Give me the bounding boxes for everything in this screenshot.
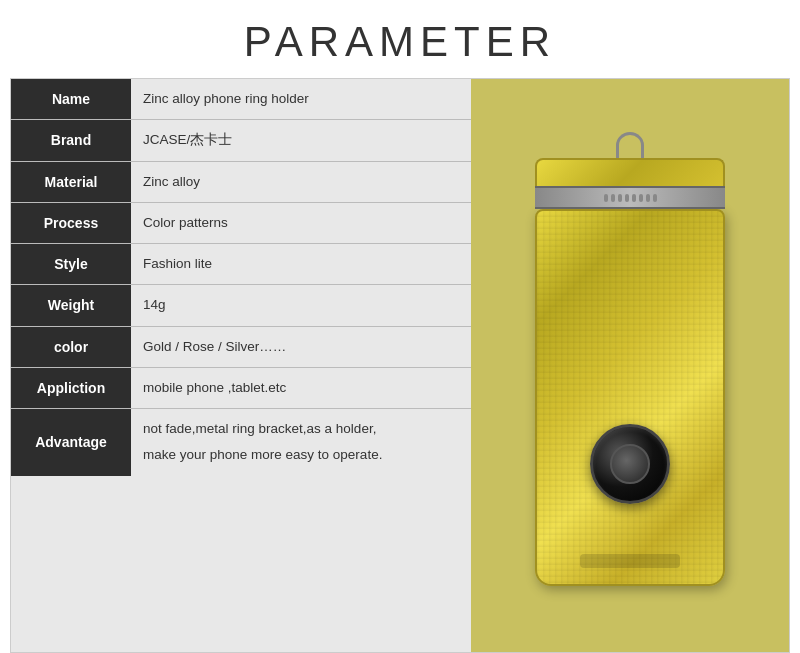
table-value: Fashion lite — [131, 244, 471, 284]
zip-dot — [632, 194, 636, 202]
ring-holder-product — [590, 424, 670, 504]
content-area: NameZinc alloy phone ring holderBrandJCA… — [10, 78, 790, 653]
table-value: Color patterns — [131, 203, 471, 243]
table-value: mobile phone ,tablet.etc — [131, 368, 471, 408]
page-wrapper: PARAMETER NameZinc alloy phone ring hold… — [0, 0, 800, 653]
table-row: colorGold / Rose / Silver…… — [11, 327, 471, 368]
table-row: Applictionmobile phone ,tablet.etc — [11, 368, 471, 409]
table-label: Style — [11, 244, 131, 284]
bag-hook — [616, 132, 644, 159]
product-image — [471, 79, 789, 652]
table-label: Weight — [11, 285, 131, 325]
table-row: Weight14g — [11, 285, 471, 326]
table-row: NameZinc alloy phone ring holder — [11, 79, 471, 120]
table-row: ProcessColor patterns — [11, 203, 471, 244]
page-title: PARAMETER — [244, 18, 556, 65]
table-label: Advantage — [11, 409, 131, 476]
table-row: MaterialZinc alloy — [11, 162, 471, 203]
zip-dot — [639, 194, 643, 202]
zip-dot — [646, 194, 650, 202]
parameter-table: NameZinc alloy phone ring holderBrandJCA… — [11, 79, 471, 652]
header: PARAMETER — [0, 0, 800, 78]
zip-dots — [604, 194, 657, 202]
table-label: color — [11, 327, 131, 367]
table-row: BrandJCASE/杰卡士 — [11, 120, 471, 161]
zip-dot — [611, 194, 615, 202]
bag-zipper — [535, 186, 725, 209]
table-value: Zinc alloy — [131, 162, 471, 202]
table-label: Brand — [11, 120, 131, 160]
table-row: Advantagenot fade,metal ring bracket,as … — [11, 409, 471, 476]
zip-dot — [618, 194, 622, 202]
table-value: Zinc alloy phone ring holder — [131, 79, 471, 119]
value-line2: make your phone more easy to operate. — [143, 445, 382, 465]
table-value: JCASE/杰卡士 — [131, 120, 471, 160]
table-value: Gold / Rose / Silver…… — [131, 327, 471, 367]
bag-bottom-tag — [580, 554, 680, 568]
value-line1: not fade,metal ring bracket,as a holder, — [143, 419, 376, 439]
table-value: not fade,metal ring bracket,as a holder,… — [131, 409, 471, 476]
table-row: StyleFashion lite — [11, 244, 471, 285]
zip-dot — [604, 194, 608, 202]
table-label: Appliction — [11, 368, 131, 408]
ring-inner — [610, 444, 650, 484]
bag-top — [535, 158, 725, 186]
zip-dot — [625, 194, 629, 202]
table-label: Process — [11, 203, 131, 243]
table-value: 14g — [131, 285, 471, 325]
zip-dot — [653, 194, 657, 202]
bag-illustration — [530, 146, 730, 586]
table-label: Name — [11, 79, 131, 119]
table-label: Material — [11, 162, 131, 202]
bag-body — [535, 209, 725, 585]
